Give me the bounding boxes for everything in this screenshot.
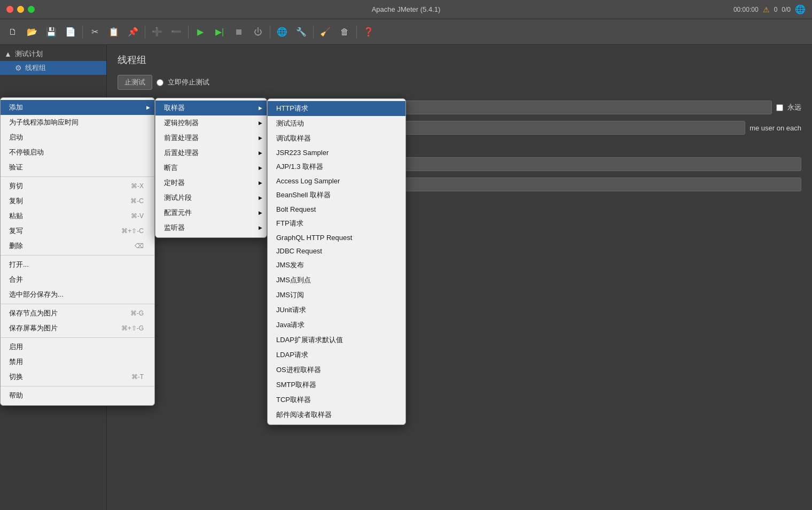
menu-item-enable[interactable]: 启用	[1, 339, 154, 354]
menu-item-start[interactable]: 启动	[1, 130, 154, 145]
menu-sep-4	[1, 337, 154, 338]
menu-item-copy[interactable]: 复制 ⌘-C	[1, 194, 154, 208]
new-button[interactable]: 🗋	[4, 24, 21, 41]
add-button[interactable]: ➕	[149, 24, 166, 41]
menu-sep-3	[1, 304, 154, 304]
sampler-menu-item[interactable]: 取样器	[155, 101, 267, 115]
menu-item-save-node-image[interactable]: 保存节点为图片 ⌘-G	[1, 306, 154, 321]
timer-menu-item[interactable]: 定时器	[155, 175, 267, 190]
ajp-label: AJP/1.3 取样器	[276, 162, 323, 172]
menu-overlay[interactable]: 添加 为子线程添加响应时间 启动 不停顿启动 验证 剪切 ⌘-X	[0, 45, 812, 510]
remote-button[interactable]: 🌐	[274, 24, 291, 41]
menu-item-add-think-time-label: 为子线程添加响应时间	[9, 118, 79, 127]
menu-item-cut-label: 剪切	[9, 181, 23, 191]
graphql-item[interactable]: GraphQL HTTP Request	[268, 231, 405, 244]
context-menu: 添加 为子线程添加响应时间 启动 不停顿启动 验证 剪切 ⌘-X	[0, 97, 155, 406]
menu-item-open[interactable]: 打开...	[1, 257, 154, 272]
shutdown-button[interactable]: ⏻	[249, 24, 267, 41]
test-fragment-menu-item[interactable]: 测试片段	[155, 190, 267, 205]
menu-item-paste-shortcut: ⌘-V	[131, 212, 144, 220]
menu-item-save-node-image-shortcut: ⌘-G	[130, 310, 144, 317]
jms-publish-item[interactable]: JMS发布	[268, 258, 405, 273]
java-item[interactable]: Java请求	[268, 318, 405, 333]
menu-item-save-selection[interactable]: 选中部分保存为...	[1, 287, 154, 302]
bolt-item[interactable]: Bolt Request	[268, 203, 405, 216]
pre-processor-menu-item[interactable]: 前置处理器	[155, 130, 267, 145]
assertion-menu-item[interactable]: 断言	[155, 160, 267, 175]
menu-item-save-screen-image-label: 保存屏幕为图片	[9, 323, 58, 333]
menu-sep-2	[1, 255, 154, 256]
ldap-label: LDAP请求	[276, 350, 308, 360]
java-label: Java请求	[276, 320, 304, 330]
save-button[interactable]: 💾	[43, 24, 60, 41]
menu-item-validate-label: 验证	[9, 163, 23, 172]
menu-item-paste[interactable]: 粘贴 ⌘-V	[1, 208, 154, 223]
menu-item-merge-label: 合并	[9, 275, 23, 284]
menu-item-validate[interactable]: 验证	[1, 160, 154, 175]
stop-button[interactable]: ⏹	[230, 24, 247, 41]
menu-item-add[interactable]: 添加	[1, 100, 154, 115]
menu-item-duplicate-label: 复写	[9, 226, 23, 236]
jdbc-item[interactable]: JDBC Request	[268, 244, 405, 258]
post-processor-menu-item[interactable]: 后置处理器	[155, 145, 267, 160]
paste-button[interactable]: 📌	[124, 24, 142, 41]
toolbar: 🗋 📂 💾 📄 ✂ 📋 📌 ➕ ➖ ▶ ▶| ⏹ ⏻ 🌐 🔧 🧹 🗑 ❓	[0, 19, 812, 45]
ldap-item[interactable]: LDAP请求	[268, 347, 405, 362]
menu-item-cut-shortcut: ⌘-X	[131, 182, 144, 190]
os-process-item[interactable]: OS进程取样器	[268, 362, 405, 377]
debug-sampler-item[interactable]: 调试取样器	[268, 131, 405, 146]
test-activity-item[interactable]: 测试活动	[268, 116, 405, 131]
clear-button[interactable]: 🧹	[317, 24, 334, 41]
help-button[interactable]: ❓	[360, 24, 377, 41]
mail-reader-item[interactable]: 邮件阅读者取样器	[268, 407, 405, 422]
test-activity-label: 测试活动	[276, 119, 304, 128]
post-processor-label: 后置处理器	[164, 148, 199, 158]
menu-item-help[interactable]: 帮助	[1, 388, 154, 403]
jms-subscribe-item[interactable]: JMS订阅	[268, 288, 405, 303]
maximize-button[interactable]	[28, 6, 35, 13]
logic-controller-label: 逻辑控制器	[164, 118, 199, 128]
logic-controller-menu-item[interactable]: 逻辑控制器	[155, 115, 267, 130]
config-element-menu-item[interactable]: 配置元件	[155, 205, 267, 220]
menu-item-disable[interactable]: 禁用	[1, 354, 154, 369]
menu-item-add-think-time[interactable]: 为子线程添加响应时间	[1, 115, 154, 130]
close-button[interactable]	[6, 6, 13, 13]
window-title: Apache JMeter (5.4.1)	[372, 5, 441, 13]
menu-item-merge[interactable]: 合并	[1, 272, 154, 287]
save-as-button[interactable]: 📄	[62, 24, 79, 41]
menu-item-duplicate[interactable]: 复写 ⌘+⇧-C	[1, 223, 154, 238]
junit-item[interactable]: JUnit请求	[268, 303, 405, 318]
menu-item-delete[interactable]: 删除 ⌫	[1, 238, 154, 253]
window-buttons	[6, 6, 35, 13]
access-log-item[interactable]: Access Log Sampler	[268, 174, 405, 188]
cut-button[interactable]: ✂	[86, 24, 103, 41]
warning-count: 0	[774, 6, 778, 13]
listener-menu-item[interactable]: 监听器	[155, 220, 267, 235]
jms-point-item[interactable]: JMS点到点	[268, 273, 405, 288]
remote-stop-button[interactable]: 🔧	[293, 24, 310, 41]
tcp-item[interactable]: TCP取样器	[268, 392, 405, 407]
menu-sep-5	[1, 386, 154, 387]
beanshell-item[interactable]: BeanShell 取样器	[268, 188, 405, 203]
http-request-item[interactable]: HTTP请求	[268, 101, 405, 116]
smtp-item[interactable]: SMTP取样器	[268, 377, 405, 392]
remove-button[interactable]: ➖	[168, 24, 185, 41]
copy-button[interactable]: 📋	[105, 24, 122, 41]
menu-item-no-pause-start[interactable]: 不停顿启动	[1, 145, 154, 160]
toolbar-sep-1	[82, 26, 83, 38]
minimize-button[interactable]	[17, 6, 24, 13]
menu-item-delete-label: 删除	[9, 241, 23, 251]
menu-item-save-screen-image[interactable]: 保存屏幕为图片 ⌘+⇧-G	[1, 321, 154, 336]
clear-all-button[interactable]: 🗑	[336, 24, 353, 41]
menu-item-delete-shortcut: ⌫	[135, 242, 144, 250]
menu-item-toggle[interactable]: 切换 ⌘-T	[1, 369, 154, 384]
run-button[interactable]: ▶	[192, 24, 209, 41]
run-no-pause-button[interactable]: ▶|	[211, 24, 228, 41]
open-button[interactable]: 📂	[24, 24, 41, 41]
jms-publish-label: JMS发布	[276, 260, 304, 270]
ftp-item[interactable]: FTP请求	[268, 216, 405, 231]
ldap-ext-item[interactable]: LDAP扩展请求默认值	[268, 333, 405, 347]
jsr223-item[interactable]: JSR223 Sampler	[268, 146, 405, 159]
menu-item-cut[interactable]: 剪切 ⌘-X	[1, 179, 154, 194]
ajp-item[interactable]: AJP/1.3 取样器	[268, 159, 405, 174]
